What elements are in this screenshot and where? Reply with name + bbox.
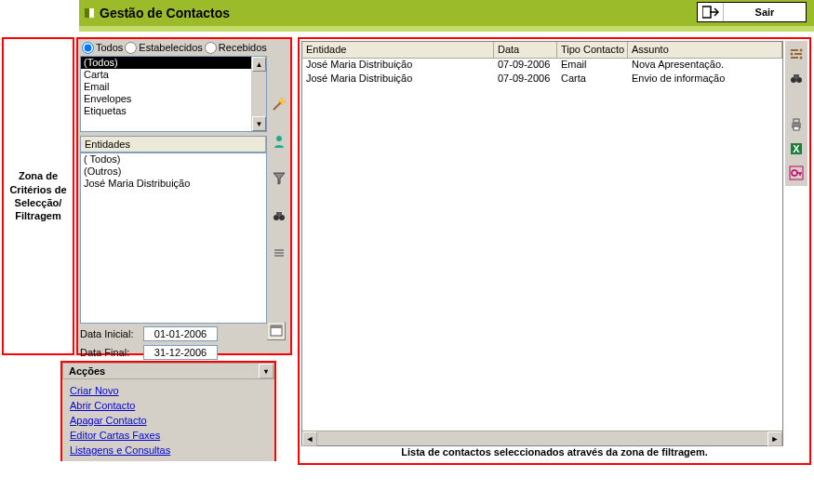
calendar-icon xyxy=(270,324,283,338)
svg-rect-18 xyxy=(794,74,799,78)
list-item[interactable]: ( Todos) xyxy=(81,153,266,166)
svg-rect-9 xyxy=(276,212,282,216)
col-assunto[interactable]: Assunto xyxy=(628,42,782,58)
radio-estabelecidos[interactable]: Estabelecidos xyxy=(125,42,203,54)
list-item[interactable]: José Maria Distribuição xyxy=(81,178,266,190)
svg-point-15 xyxy=(800,57,803,60)
grid-body: José Maria Distribuição 07-09-2006 Email… xyxy=(302,59,782,86)
person-icon[interactable] xyxy=(270,132,288,151)
list-item[interactable]: Carta xyxy=(81,69,266,81)
wand-icon[interactable] xyxy=(270,95,288,113)
filter-panel: Todos Estabelecidos Recebidos (Todos) Ca… xyxy=(76,37,292,355)
page-title: Gestão de Contactos xyxy=(100,6,230,20)
radio-todos[interactable]: Todos xyxy=(82,42,123,54)
date-initial-label: Data Inicial: xyxy=(80,328,140,339)
svg-rect-11 xyxy=(274,252,284,254)
horizontal-scrollbar[interactable]: ◄ ► xyxy=(302,431,782,445)
col-data[interactable]: Data xyxy=(494,42,557,58)
svg-rect-12 xyxy=(274,255,284,257)
svg-point-5 xyxy=(280,99,284,103)
table-row[interactable]: José Maria Distribuição 07-09-2006 Email… xyxy=(302,59,782,73)
svg-rect-0 xyxy=(702,7,711,18)
results-panel: Entidade Data Tipo Contacto Assunto José… xyxy=(298,37,811,465)
action-listagens[interactable]: Listagens e Consultas xyxy=(70,443,267,458)
key-icon[interactable] xyxy=(787,164,806,182)
exit-label: Sair xyxy=(724,7,806,18)
date-initial-row: Data Inicial: xyxy=(80,325,267,342)
svg-rect-20 xyxy=(794,119,799,123)
scroll-right-icon[interactable]: ► xyxy=(767,431,782,446)
svg-point-14 xyxy=(791,53,794,56)
tipos-listbox[interactable]: (Todos) Carta Email Envelopes Etiquetas … xyxy=(80,56,267,132)
svg-point-6 xyxy=(276,136,282,141)
svg-rect-10 xyxy=(274,249,284,251)
calendar-button[interactable] xyxy=(267,322,286,340)
filter-radios: Todos Estabelecidos Recebidos xyxy=(80,39,267,56)
actions-panel: Acções ▾ Criar Novo Abrir Contacto Apaga… xyxy=(60,361,276,461)
action-editor-cartas[interactable]: Editor Cartas Faxes xyxy=(70,428,267,443)
list-item[interactable]: Etiquetas xyxy=(81,105,266,117)
exit-icon xyxy=(698,3,724,21)
results-icon-column: X xyxy=(785,41,807,186)
exit-button[interactable]: Sair xyxy=(697,2,807,22)
green-strip xyxy=(79,26,814,32)
list-item[interactable]: Envelopes xyxy=(81,93,266,105)
svg-text:X: X xyxy=(793,143,800,154)
list-item[interactable]: (Todos) xyxy=(81,57,266,69)
scrollbar[interactable]: ▲ ▼ xyxy=(251,57,266,131)
filter-icon[interactable] xyxy=(270,169,288,188)
list-item[interactable]: Email xyxy=(81,81,266,93)
title-bullet-icon xyxy=(85,8,94,18)
date-initial-input[interactable] xyxy=(143,326,218,341)
annotation-results-caption: Lista de contactos seleccionados através… xyxy=(300,446,809,461)
action-abrir-contacto[interactable]: Abrir Contacto xyxy=(70,398,267,413)
date-final-input[interactable] xyxy=(143,345,218,360)
col-tipo[interactable]: Tipo Contacto xyxy=(557,42,628,58)
date-final-label: Data Final: xyxy=(80,347,140,358)
actions-header: Acções ▾ xyxy=(62,363,274,379)
scroll-down-icon[interactable]: ▼ xyxy=(252,116,266,131)
svg-point-13 xyxy=(800,49,803,52)
annotation-filter-zone: Zona de Critérios de Selecção/ Filtragem xyxy=(2,37,74,355)
filter-icon-column xyxy=(270,95,288,262)
list-item[interactable]: (Outros) xyxy=(81,166,266,178)
binoculars-icon[interactable] xyxy=(270,206,288,225)
excel-icon[interactable]: X xyxy=(787,139,806,158)
entidades-header: Entidades xyxy=(80,136,267,153)
bars-icon[interactable] xyxy=(270,244,288,262)
svg-rect-21 xyxy=(794,126,799,130)
actions-collapse-button[interactable]: ▾ xyxy=(259,364,274,378)
binoculars-icon[interactable] xyxy=(787,69,806,87)
scroll-up-icon[interactable]: ▲ xyxy=(252,57,266,72)
svg-rect-2 xyxy=(271,325,282,328)
date-final-row: Data Final: xyxy=(80,344,267,361)
action-apagar-contacto[interactable]: Apagar Contacto xyxy=(70,413,267,428)
grid-header: Entidade Data Tipo Contacto Assunto xyxy=(302,42,782,59)
print-icon[interactable] xyxy=(787,115,806,134)
title-bar: Gestão de Contactos Sair xyxy=(79,0,814,26)
radio-recebidos[interactable]: Recebidos xyxy=(205,42,267,54)
results-grid: Entidade Data Tipo Contacto Assunto José… xyxy=(301,41,783,446)
svg-point-25 xyxy=(792,170,797,176)
col-entidade[interactable]: Entidade xyxy=(302,42,494,58)
scroll-left-icon[interactable]: ◄ xyxy=(302,431,317,446)
settings-icon[interactable] xyxy=(787,45,806,63)
action-criar-novo[interactable]: Criar Novo xyxy=(70,383,267,398)
table-row[interactable]: José Maria Distribuição 07-09-2006 Carta… xyxy=(302,73,782,86)
entidades-listbox[interactable]: ( Todos) (Outros) José Maria Distribuiçã… xyxy=(80,153,267,324)
